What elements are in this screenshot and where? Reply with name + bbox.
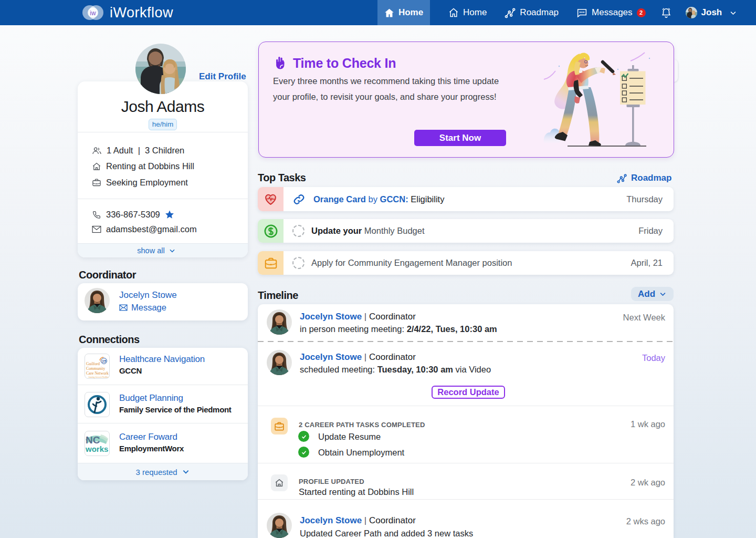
svg-text:15: 15 [102,359,106,363]
svg-text:Guilford: Guilford [86,361,100,366]
svg-text:NC: NC [86,434,100,446]
svg-text:Assuring Access to Healthcare: Assuring Access to Healthcare [88,376,109,378]
svg-text:Care Network: Care Network [86,371,109,376]
svg-text:iw: iw [90,9,96,17]
svg-text:Community: Community [86,366,105,371]
svg-text:works: works [85,444,108,453]
